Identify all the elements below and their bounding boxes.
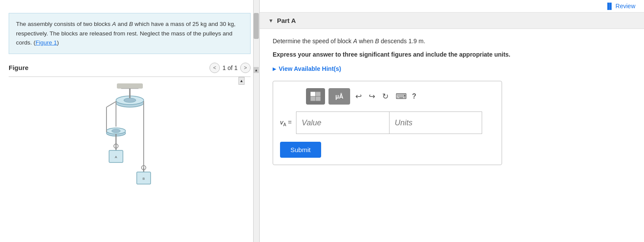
- units-input[interactable]: [389, 111, 482, 134]
- content-area: Determine the speed of block A when B de…: [260, 29, 644, 242]
- svg-rect-0: [117, 83, 143, 89]
- review-link[interactable]: ▐▌ Review: [605, 3, 635, 10]
- value-input[interactable]: [296, 111, 389, 134]
- svg-rect-24: [311, 97, 315, 101]
- view-hints-label: View Available Hint(s): [279, 65, 341, 72]
- problem-text: The assembly consists of two blocks A an…: [16, 21, 235, 46]
- question-text-line2: Express your answer to three significant…: [273, 50, 631, 59]
- matrix-button[interactable]: [306, 88, 325, 105]
- svg-rect-22: [311, 92, 315, 96]
- redo-icon: ↪: [369, 92, 375, 101]
- left-scrollbar[interactable]: ▲: [253, 0, 259, 242]
- mu-label: μÅ: [335, 93, 344, 100]
- svg-rect-25: [316, 97, 320, 101]
- submit-button[interactable]: Submit: [280, 142, 321, 158]
- redo-button[interactable]: ↪: [367, 90, 377, 103]
- keyboard-icon: ⌨: [396, 92, 407, 101]
- mu-button[interactable]: μÅ: [328, 88, 350, 105]
- svg-line-13: [106, 102, 116, 107]
- hint-arrow-icon: ▶: [273, 67, 276, 71]
- figure-nav: < 1 of 1 >: [209, 63, 251, 73]
- figure-section: Figure < 1 of 1 > ▲: [9, 63, 251, 197]
- svg-point-4: [124, 98, 136, 102]
- part-label: Part A: [277, 17, 296, 24]
- figure-image-container: ▲: [9, 76, 251, 197]
- undo-button[interactable]: ↩: [354, 90, 364, 103]
- figure-next-button[interactable]: >: [240, 63, 251, 73]
- part-section: ▼ Part A: [260, 13, 644, 29]
- input-row: vA =: [280, 111, 495, 134]
- scroll-thumb[interactable]: [254, 13, 259, 39]
- part-collapse-arrow[interactable]: ▼: [268, 18, 274, 24]
- review-label: Review: [615, 3, 635, 10]
- answer-box: μÅ ↩ ↪ ↻ ⌨ ? vA =: [273, 81, 502, 165]
- pulley-illustration: A B: [87, 81, 173, 197]
- help-button[interactable]: ?: [412, 92, 416, 100]
- figure-scroll-up[interactable]: ▲: [238, 77, 245, 85]
- figure-prev-button[interactable]: <: [209, 63, 220, 73]
- undo-icon: ↩: [355, 92, 362, 101]
- figure-link[interactable]: Figure 1: [35, 39, 57, 46]
- view-hints-toggle[interactable]: ▶ View Available Hint(s): [273, 65, 631, 72]
- variable-label: vA =: [280, 118, 292, 127]
- figure-header: Figure < 1 of 1 >: [9, 63, 251, 73]
- svg-text:B: B: [142, 177, 145, 181]
- figure-title: Figure: [9, 64, 29, 71]
- left-panel: The assembly consists of two blocks A an…: [0, 0, 260, 242]
- question-text-line1: Determine the speed of block A when B de…: [273, 37, 631, 46]
- refresh-icon: ↻: [382, 92, 389, 101]
- figure-page-indicator: 1 of 1: [222, 64, 238, 71]
- keyboard-button[interactable]: ⌨: [394, 90, 409, 103]
- svg-rect-23: [316, 92, 320, 96]
- right-panel: ▐▌ Review ▼ Part A Determine the speed o…: [260, 0, 644, 242]
- review-icon: ▐▌: [605, 3, 614, 10]
- svg-point-11: [112, 129, 120, 133]
- problem-text-box: The assembly consists of two blocks A an…: [9, 13, 251, 54]
- top-bar: ▐▌ Review: [260, 0, 644, 13]
- toolbar: μÅ ↩ ↪ ↻ ⌨ ?: [280, 88, 495, 105]
- refresh-button[interactable]: ↻: [380, 90, 390, 103]
- scroll-arrow-up[interactable]: ▲: [254, 67, 259, 73]
- matrix-icon: [310, 92, 321, 101]
- svg-text:A: A: [115, 155, 117, 159]
